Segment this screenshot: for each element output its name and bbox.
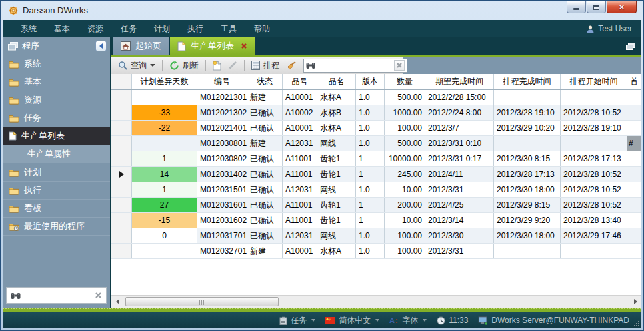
toolbar-search-input[interactable] xyxy=(317,59,392,72)
document-icon xyxy=(9,131,17,141)
minimize-button[interactable] xyxy=(567,1,586,13)
menu-item[interactable]: 工具 xyxy=(212,20,245,37)
table-row[interactable]: M012030801新建A12031网线1.0500.002012/3/31 0… xyxy=(111,136,641,151)
status-item-label: 简体中文 xyxy=(339,315,371,326)
cell-part_no: A11001 xyxy=(283,151,317,166)
column-header[interactable]: 首 xyxy=(627,74,641,89)
sidebar: 程序 系统基本资源任务生产单列表生产单属性计划执行看板最近使用的程序 xyxy=(3,37,110,308)
sidebar-item[interactable]: 基本 xyxy=(3,73,110,91)
menu-item[interactable]: 帮助 xyxy=(245,20,279,37)
collapse-left-icon[interactable] xyxy=(95,41,107,51)
table-row[interactable]: 14M012031402已确认A11001齿轮11245.002012/4/11… xyxy=(111,167,641,182)
tab-start-page[interactable]: 起始页 xyxy=(113,37,169,55)
tab-production-order-list[interactable]: 生产单列表 xyxy=(170,37,255,55)
horizontal-scrollbar[interactable] xyxy=(111,295,641,308)
sidebar-item[interactable]: 计划 xyxy=(3,163,110,182)
menu-item[interactable]: 任务 xyxy=(112,20,145,37)
menu-item[interactable]: 基本 xyxy=(45,20,79,37)
menu-item[interactable]: 计划 xyxy=(145,20,179,37)
status-item[interactable]: A:字体 xyxy=(389,315,427,326)
refresh-button[interactable]: 刷新 xyxy=(167,59,201,73)
column-header[interactable]: 品名 xyxy=(317,74,356,89)
cell-part_name: 水杯B xyxy=(317,105,356,120)
user-badge[interactable]: Test User xyxy=(586,24,632,33)
table-row[interactable]: 1M012031501已确认A12031网线1.010.002012/3/312… xyxy=(111,182,641,198)
sidebar-item[interactable]: 生产单列表 xyxy=(3,127,110,145)
status-item[interactable]: 简体中文 xyxy=(325,315,379,326)
resize-grip[interactable] xyxy=(633,320,639,326)
scroll-left-arrow-icon[interactable] xyxy=(111,296,123,308)
cell-version: 1 xyxy=(356,198,385,212)
clean-broom-button[interactable] xyxy=(283,59,299,71)
cell-part_name: 齿轮1 xyxy=(317,151,356,166)
cell-part_no: A12031 xyxy=(283,182,317,197)
table-row[interactable]: 1M012030802已确认A11001齿轮1110000.002012/3/3… xyxy=(111,151,641,167)
cell-diff xyxy=(132,90,197,105)
table-row[interactable]: 27M012031601已确认A11001齿轮11200.002012/4/25… xyxy=(111,198,641,213)
program-icon xyxy=(8,42,18,51)
sidebar-item[interactable]: 系统 xyxy=(3,55,110,73)
cell-version: 1.0 xyxy=(356,228,385,243)
row-indicator-cell xyxy=(111,213,132,228)
sidebar-item[interactable]: 资源 xyxy=(3,91,110,109)
new-document-button[interactable] xyxy=(210,59,224,72)
schedule-button[interactable]: 排程 xyxy=(249,59,282,73)
table-row[interactable]: -33M012021302已确认A10002水杯B1.01000.002012/… xyxy=(111,105,641,121)
column-header[interactable]: 数量 xyxy=(385,74,425,89)
maximize-button[interactable] xyxy=(587,1,606,13)
tab-list-icon[interactable] xyxy=(626,43,635,50)
cell-expected: 2012/3/7 xyxy=(425,121,494,135)
cell-part_name: 水杯A xyxy=(317,90,356,105)
status-item: 11:33 xyxy=(437,316,468,325)
menu-item[interactable]: 资源 xyxy=(79,20,112,37)
sidebar-item[interactable]: 执行 xyxy=(3,182,110,200)
sidebar-item-label: 计划 xyxy=(24,166,41,178)
close-tab-icon[interactable] xyxy=(241,43,247,49)
cell-status: 已确认 xyxy=(247,213,283,228)
sidebar-item[interactable]: 任务 xyxy=(3,109,110,127)
calculator-icon xyxy=(251,61,260,70)
sidebar-item[interactable]: 看板 xyxy=(3,200,110,218)
person-icon xyxy=(586,25,595,33)
table-row[interactable]: -22M012021401已确认A10001水杯A1.0100.002012/3… xyxy=(111,121,641,136)
table-row[interactable]: M012021301新建A10001水杯A1.0500.002012/2/28 … xyxy=(111,90,641,105)
column-header[interactable]: 排程开始时间 xyxy=(561,74,627,89)
sidebar-item[interactable]: 生产单属性 xyxy=(3,145,110,163)
cell-status: 已确认 xyxy=(247,198,283,212)
table-row[interactable]: M012032701新建A10001水杯A1.0100.002012/3/31 xyxy=(111,244,641,259)
cell-code: M012031402 xyxy=(197,167,247,182)
menu-item[interactable]: 执行 xyxy=(179,20,212,37)
table-row[interactable]: -15M012031602已确认A11001齿轮1110.002012/3/14… xyxy=(111,213,641,228)
chevron-down-icon xyxy=(423,319,427,322)
sidebar-search-input[interactable] xyxy=(23,288,92,303)
cell-status: 已确认 xyxy=(247,105,283,120)
scrollbar-thumb[interactable] xyxy=(125,297,279,306)
menu-item[interactable]: 系统 xyxy=(12,20,45,37)
table-row[interactable]: 0M012031701已确认A12031网线1.0100.002012/3/30… xyxy=(111,228,641,244)
edit-pencil-button[interactable] xyxy=(225,59,240,71)
query-button[interactable]: 查询 xyxy=(115,59,158,73)
column-header[interactable]: 期望完成时间 xyxy=(425,74,494,89)
sidebar-item[interactable]: 最近使用的程序 xyxy=(3,218,110,236)
query-label: 查询 xyxy=(131,60,147,71)
cell-part_no: A10001 xyxy=(283,244,317,258)
column-header[interactable]: 状态 xyxy=(247,74,283,89)
status-item[interactable]: 任务 xyxy=(279,315,315,326)
status-item-label: 字体 xyxy=(402,315,418,326)
close-button[interactable]: ✕ xyxy=(607,1,637,13)
cell-sched_finish: 2012/3/29 10:20 xyxy=(494,121,561,135)
cell-sched_finish: 2012/3/30 18:00 xyxy=(494,228,561,243)
column-header[interactable]: 编号 xyxy=(197,74,247,89)
column-header[interactable]: 版本 xyxy=(356,74,385,89)
status-item: DWorks Server@FUNWAY-THINKPAD xyxy=(478,316,629,325)
clear-search-icon[interactable] xyxy=(394,60,405,71)
clear-search-icon[interactable] xyxy=(95,292,102,299)
column-header[interactable]: 计划差异天数 xyxy=(132,74,197,89)
scroll-right-arrow-icon[interactable] xyxy=(629,296,641,308)
column-header[interactable]: 品号 xyxy=(283,74,317,89)
cell-code: M012031602 xyxy=(197,213,247,228)
column-header[interactable]: 排程完成时间 xyxy=(494,74,561,89)
cell-code: M012031501 xyxy=(197,182,247,197)
cell-status: 已确认 xyxy=(247,182,283,197)
cell-expected: 2012/3/31 0:17 xyxy=(425,151,494,166)
